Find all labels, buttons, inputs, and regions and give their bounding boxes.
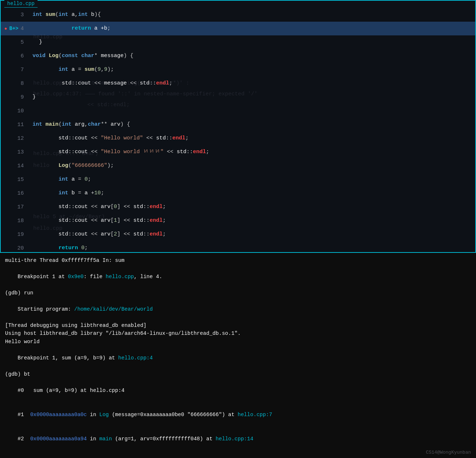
line-content-8: std::cout << message << std::endl; (30, 77, 172, 90)
terminal-line-7: Hello world (5, 338, 471, 346)
line-content-3: int sum(int a,int b){ (30, 8, 101, 22)
line-gutter-9: 9 (1, 94, 30, 100)
code-line-19: 19 std::cout << arv[2] << std::endl; (1, 228, 475, 241)
line-content-15: int a = 0; (30, 173, 91, 186)
line-content-18: std::cout << arv[1] << std::endl; (30, 214, 166, 228)
code-line-5: 5 } (1, 35, 475, 49)
line-gutter-16: 16 (1, 190, 30, 196)
code-line-10: 10 (1, 104, 475, 118)
line-content-11: int main(int arg,char** arv) { (30, 118, 130, 131)
code-line-14: 14 Log("666666666"); (1, 159, 475, 173)
terminal-line-9: (gdb) bt (5, 370, 471, 378)
terminal-line-2: Breakpoint 1 at 0x9e0: file hello.cpp, l… (5, 264, 471, 289)
line-content-6: void Log(const char* message) { (30, 49, 133, 63)
line-gutter-7: 7 (1, 67, 30, 73)
line-content-19: std::cout << arv[2] << std::endl; (30, 228, 166, 241)
terminal-line-5: [Thread debugging using libthread_db ena… (5, 321, 471, 329)
code-line-13: 13 std::cout << "Hello world ꪀꪀꪀ" << std… (1, 145, 475, 159)
line-gutter-14: 14 (1, 163, 30, 169)
line-gutter-11: 11 (1, 122, 30, 128)
line-content-13: std::cout << "Hello world ꪀꪀꪀ" << std::e… (30, 145, 209, 159)
line-content-7: int a = sum(9,9); (30, 63, 114, 77)
terminal-line-8: Breakpoint 1, sum (a=9, b=9) at hello.cp… (5, 346, 471, 370)
editor-panel: hello.cpp hello.cpp hello.cpp: In functi… (0, 0, 476, 253)
line-gutter-15: 15 (1, 177, 30, 183)
line-content-4: return a +b; (30, 22, 111, 35)
terminal-line-6: Using host libthread_db library "/lib/aa… (5, 329, 471, 337)
line-gutter-5: 5 (1, 39, 30, 46)
line-content-17: std::cout << arv[0] << std::endl; (30, 200, 166, 214)
code-line-4: ● B+> 4 return a +b; (1, 22, 475, 35)
watermark: CS14@WongKyunban (426, 450, 471, 455)
line-gutter-8: 8 (1, 81, 30, 87)
code-line-12: 12 std::cout << "Hello world" << std::en… (1, 131, 475, 145)
terminal-panel: multi-thre Thread 0xfffff7ff5a In: sum B… (0, 253, 476, 458)
terminal-line-12: #2 0x0000aaaaaaaa0a94 in main (arg=1, ar… (5, 427, 471, 451)
code-line-8: 8 std::cout << message << std::endl; (1, 77, 475, 90)
code-line-16: 16 int b = a +10; (1, 186, 475, 200)
line-gutter-6: 6 (1, 53, 30, 59)
code-line-20: 20 return 0; (1, 241, 475, 252)
line-gutter-13: 13 (1, 149, 30, 155)
breakpoint-icon: ● (4, 26, 7, 31)
terminal-line-4: Starting program: /home/kali/dev/Bear/wo… (5, 297, 471, 321)
terminal-line-1: multi-thre Thread 0xfffff7ff5a In: sum (5, 256, 471, 264)
line-gutter-20: 20 (1, 245, 30, 251)
line-gutter-19: 19 (1, 232, 30, 238)
editor-title: hello.cpp (4, 0, 38, 8)
line-gutter-3: 3 (1, 12, 30, 18)
line-content-5: } (30, 35, 42, 49)
line-gutter-10: 10 (1, 108, 30, 114)
line-gutter-18: 18 (1, 218, 30, 224)
code-line-18: 18 std::cout << arv[1] << std::endl; (1, 214, 475, 228)
code-line-9: 9 } (1, 90, 475, 104)
code-line-7: 7 int a = sum(9,9); (1, 63, 475, 77)
line-gutter-12: 12 (1, 135, 30, 142)
line-content-16: int b = a +10; (30, 186, 104, 200)
code-line-17: 17 std::cout << arv[0] << std::endl; (1, 200, 475, 214)
code-line-6: 6 void Log(const char* message) { (1, 49, 475, 63)
line-content-9: } (30, 90, 36, 104)
line-content-12: std::cout << "Hello world" << std::endl; (30, 131, 189, 145)
line-content-20: return 0; (30, 241, 88, 252)
line-gutter-4: ● B+> 4 (1, 26, 30, 32)
code-area: 3 int sum(int a,int b){ ● B+> 4 return a… (1, 1, 475, 252)
line-content-14: Log("666666666"); (30, 159, 114, 173)
terminal-line-11: #1 0x0000aaaaaaaa0a0c in Log (message=0x… (5, 402, 471, 427)
terminal-line-3: (gdb) run (5, 289, 471, 297)
debug-arrow: B+> (9, 26, 18, 31)
code-line-15: 15 int a = 0; (1, 173, 475, 186)
code-line-3: 3 int sum(int a,int b){ (1, 8, 475, 22)
terminal-line-10: #0 sum (a=9, b=9) at hello.cpp:4 (5, 378, 471, 402)
line-gutter-17: 17 (1, 204, 30, 210)
code-line-11: 11 int main(int arg,char** arv) { (1, 118, 475, 131)
